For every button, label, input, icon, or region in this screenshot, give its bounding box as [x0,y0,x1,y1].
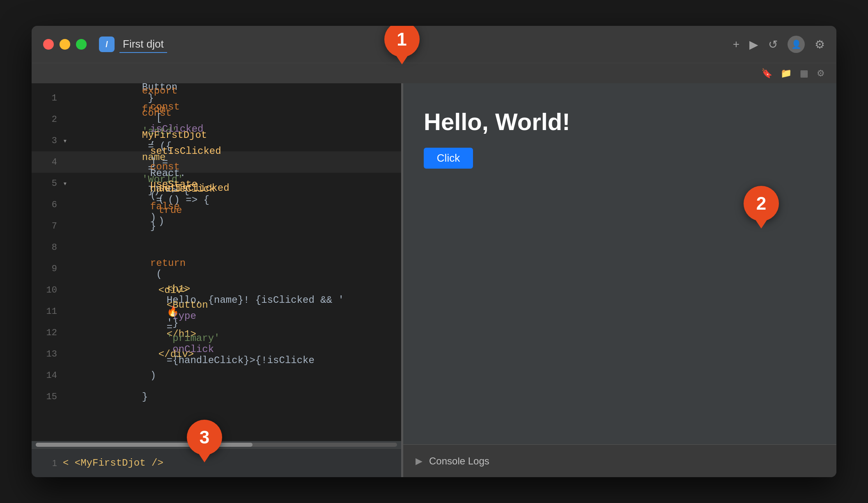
annotation-2: 2 [744,186,779,221]
titlebar: 1 / First djot + ▶ ↺ 👤 ⚙ [32,26,836,63]
add-button[interactable]: + [733,38,739,51]
preview-heading: Hello, World! [424,108,816,135]
main-content: 1 import { Button } from 'antd' 2 [32,83,836,477]
play-button[interactable]: ▶ [749,38,758,51]
secondary-toolbar: 🔖 📁 ▦ ⚙ [32,63,836,83]
code-line-15: 15 } [32,386,401,407]
editor-bottom-bar: 1 < <MyFirstDjot /> [32,448,401,477]
console-label: Console Logs [429,455,489,467]
bookmark-icon[interactable]: 🔖 [761,68,772,79]
editor-pane: 1 import { Button } from 'antd' 2 [32,83,401,477]
console-bar[interactable]: ▶ Console Logs [403,444,836,477]
titlebar-actions: + ▶ ↺ 👤 ⚙ [733,36,825,53]
console-arrow-icon: ▶ [416,456,423,466]
tab-icon: / [99,37,115,52]
preview-area: 2 Hello, World! Click [403,83,836,444]
bottom-code-line: < <MyFirstDjot /> [63,457,163,469]
refresh-button[interactable]: ↺ [768,38,778,51]
maximize-button[interactable] [76,39,87,50]
code-editor[interactable]: 1 import { Button } from 'antd' 2 [32,83,401,441]
minimize-button[interactable] [60,39,70,50]
settings2-icon[interactable]: ⚙ [817,68,825,79]
editor-bottom-wrapper: 3 1 < <MyFirstDjot /> [32,448,401,477]
right-panel: 2 Hello, World! Click ▶ Console Logs [403,83,836,477]
avatar[interactable]: 👤 [788,36,805,53]
click-button[interactable]: Click [424,148,473,169]
tab-title[interactable]: First djot [119,36,167,53]
close-button[interactable] [43,39,54,50]
annotation-1: 1 [384,26,420,57]
settings-icon[interactable]: ⚙ [815,38,825,51]
grid-icon[interactable]: ▦ [800,68,808,79]
app-window: 1 / First djot + ▶ ↺ 👤 ⚙ 🔖 📁 ▦ ⚙ [32,26,836,477]
annotation-3: 3 [187,420,222,455]
traffic-lights [43,39,87,50]
code-line-7: 7 } [32,215,401,237]
folder-icon[interactable]: 📁 [781,68,792,79]
